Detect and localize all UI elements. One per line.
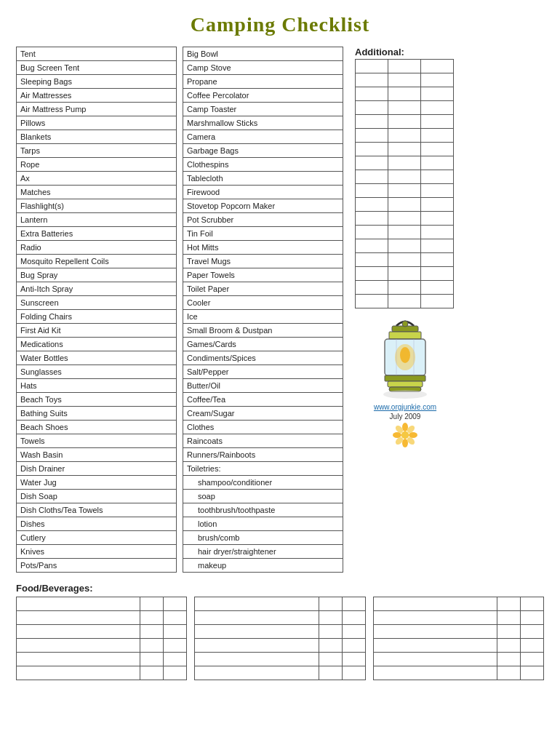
additional-row (356, 156, 454, 170)
list-item: Toilet Paper (183, 282, 343, 296)
list-item: Dish Cloths/Tea Towels (17, 503, 177, 517)
list-item: Beach Shoes (17, 421, 177, 434)
list-item: Dishes (17, 517, 177, 531)
list-item: Towels (17, 434, 177, 448)
lantern-area: www.orgjunkie.com July 2009 (356, 313, 454, 448)
svg-point-14 (402, 439, 408, 447)
page: Camping Checklist TentBug Screen TentSle… (0, 0, 560, 693)
list-item: brush/comb (183, 531, 343, 545)
food-table-3 (373, 597, 544, 680)
list-item: Hats (17, 379, 177, 393)
svg-point-13 (402, 423, 408, 431)
additional-row (356, 253, 454, 267)
food-row (373, 666, 543, 680)
col1-table: TentBug Screen TentSleeping BagsAir Matt… (16, 47, 177, 573)
svg-point-4 (400, 347, 410, 363)
svg-rect-5 (385, 375, 425, 381)
additional-row (356, 239, 454, 253)
list-item: toothbrush/toothpaste (183, 503, 343, 517)
list-item: Cutlery (17, 531, 177, 545)
additional-row (356, 184, 454, 198)
additional-row (356, 129, 454, 143)
food-row (17, 625, 187, 639)
list-item: Air Mattress Pump (17, 103, 177, 116)
food-row (195, 611, 365, 625)
list-item: Radio (17, 241, 177, 255)
list-item: Camp Stove (183, 61, 343, 75)
list-item: First Aid Kit (17, 324, 177, 338)
food-row (17, 639, 187, 653)
list-item: Matches (17, 186, 177, 199)
list-item: Tent (17, 47, 177, 61)
food-row (195, 639, 365, 653)
food-row (17, 653, 187, 666)
list-item: Camp Toaster (183, 103, 343, 116)
col1: TentBug Screen TentSleeping BagsAir Matt… (16, 47, 177, 573)
list-item: Extra Batteries (17, 227, 177, 241)
additional-row (356, 295, 454, 308)
additional-row (356, 198, 454, 212)
food-row (195, 597, 365, 611)
list-item: Sleeping Bags (17, 75, 177, 89)
list-item: makeup (183, 559, 343, 573)
list-item: Air Mattresses (17, 89, 177, 103)
food-beverages-grid (16, 597, 544, 680)
food-row (195, 653, 365, 666)
col2: Big BowlCamp StovePropaneCoffee Percolat… (183, 47, 343, 573)
food-row (373, 653, 543, 666)
list-item: Butter/Oil (183, 379, 343, 393)
list-item: Dish Drainer (17, 462, 177, 476)
food-row (373, 597, 543, 611)
list-item: Raincoats (183, 434, 343, 448)
list-item: lotion (183, 517, 343, 531)
col2-table: Big BowlCamp StovePropaneCoffee Percolat… (183, 47, 343, 573)
additional-row (356, 143, 454, 156)
main-grid: TentBug Screen TentSleeping BagsAir Matt… (16, 47, 544, 573)
list-item: hair dryer/straightener (183, 545, 343, 559)
list-item: Firewood (183, 186, 343, 199)
list-item: Water Bottles (17, 351, 177, 365)
list-item: Paper Towels (183, 268, 343, 282)
list-item: Folding Chairs (17, 310, 177, 324)
food-row (373, 611, 543, 625)
list-item: Dish Soap (17, 490, 177, 503)
list-item: Marshmallow Sticks (183, 116, 343, 130)
list-item: Wash Basin (17, 448, 177, 462)
page-title: Camping Checklist (16, 13, 544, 36)
list-item: Runners/Rainboots (183, 448, 343, 462)
list-item: Mosquito Repellent Coils (17, 255, 177, 268)
list-item: Salt/Pepper (183, 365, 343, 379)
list-item: Garbage Bags (183, 144, 343, 158)
list-item: Games/Cards (183, 338, 343, 351)
list-item: shampoo/conditioner (183, 476, 343, 490)
list-item: Tarps (17, 144, 177, 158)
additional-row (356, 226, 454, 239)
list-item: Medications (17, 338, 177, 351)
additional-row (356, 73, 454, 87)
food-row (373, 639, 543, 653)
list-item: Rope (17, 158, 177, 172)
svg-rect-6 (388, 381, 423, 387)
list-item: Cooler (183, 296, 343, 310)
list-item: Knives (17, 545, 177, 559)
list-item: Stovetop Popcorn Maker (183, 199, 343, 213)
list-item: Pot Scrubber (183, 213, 343, 227)
svg-point-11 (402, 321, 408, 327)
list-item: Bug Spray (17, 268, 177, 282)
food-row (373, 625, 543, 639)
svg-point-21 (401, 431, 409, 439)
website-link[interactable]: www.orgjunkie.com (374, 403, 436, 411)
list-item: Pots/Pans (17, 559, 177, 573)
food-row (195, 625, 365, 639)
list-item: Coffee Percolator (183, 89, 343, 103)
list-item: Ax (17, 172, 177, 186)
date-text: July 2009 (390, 413, 421, 421)
list-item: Tin Foil (183, 227, 343, 241)
svg-point-8 (383, 390, 427, 399)
food-row (17, 666, 187, 680)
list-item: Clothes (183, 421, 343, 434)
list-item: Clothespins (183, 158, 343, 172)
list-item: Propane (183, 75, 343, 89)
list-item: Blankets (17, 130, 177, 144)
list-item: Hot Mitts (183, 241, 343, 255)
